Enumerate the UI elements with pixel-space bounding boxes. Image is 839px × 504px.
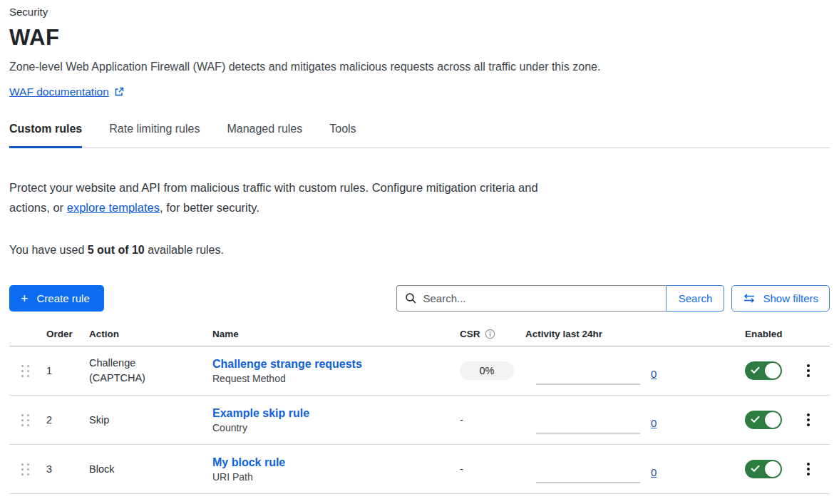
rule-order: 2: [46, 414, 89, 426]
info-icon[interactable]: [485, 329, 495, 339]
kebab-menu-icon: [807, 364, 810, 367]
rule-action-line1: Block: [89, 462, 212, 477]
table-row: 1 Challenge (CAPTCHA) Challenge strange …: [9, 346, 830, 396]
rule-action-line2: (CAPTCHA): [89, 371, 212, 386]
kebab-menu-icon: [807, 413, 810, 416]
tab-bar: Custom rules Rate limiting rules Managed…: [9, 123, 830, 148]
table-row: 3 Block My block rule URI Path - 0: [9, 445, 830, 494]
rules-table: Order Action Name CSR Activity last 24hr…: [9, 329, 830, 494]
rule-action-line1: Skip: [89, 413, 212, 428]
drag-handle[interactable]: [9, 414, 29, 426]
row-menu-button[interactable]: [802, 363, 815, 379]
rule-field: Request Method: [212, 373, 460, 384]
row-menu-button[interactable]: [802, 412, 815, 428]
drag-handle[interactable]: [9, 365, 29, 377]
show-filters-button[interactable]: Show filters: [731, 285, 830, 312]
col-menu: [802, 329, 830, 339]
col-order: Order: [46, 329, 89, 339]
rule-name-link[interactable]: Example skip rule: [212, 407, 309, 420]
tab-custom-rules[interactable]: Custom rules: [9, 123, 82, 148]
rule-action: Challenge (CAPTCHA): [89, 356, 212, 386]
breadcrumb: Security: [9, 6, 830, 19]
table-header-row: Order Action Name CSR Activity last 24hr…: [9, 329, 830, 346]
drag-handle[interactable]: [9, 463, 29, 475]
enabled-toggle[interactable]: [745, 411, 782, 429]
usage-count: 5 out of 10: [88, 244, 145, 256]
col-activity: Activity last 24hr: [525, 329, 745, 339]
kebab-menu-icon: [807, 463, 810, 466]
rule-order: 3: [46, 463, 89, 475]
plus-icon: +: [21, 292, 29, 305]
activity-count-link[interactable]: 0: [651, 368, 657, 380]
col-csr: CSR: [460, 329, 525, 339]
explore-templates-link[interactable]: explore templates: [67, 201, 160, 214]
csr-value: -: [460, 414, 463, 426]
rule-field: URI Path: [212, 471, 460, 483]
rule-action: Block: [89, 462, 212, 477]
create-rule-button[interactable]: + Create rule: [9, 285, 104, 312]
waf-page: Security WAF Zone-level Web Application …: [0, 0, 839, 494]
csr-value: -: [460, 463, 463, 475]
activity-sparkline: [536, 482, 640, 483]
rule-order: 1: [46, 365, 89, 376]
toggle-knob: [765, 363, 781, 379]
enabled-toggle[interactable]: [745, 361, 782, 380]
enabled-toggle[interactable]: [745, 460, 782, 478]
usage-suffix: available rules.: [145, 244, 224, 256]
page-description: Zone-level Web Application Firewall (WAF…: [9, 60, 830, 74]
col-action: Action: [89, 329, 212, 339]
col-drag: [9, 329, 46, 339]
activity-sparkline: [536, 384, 640, 385]
usage-prefix: You have used: [9, 244, 88, 256]
usage-text: You have used 5 out of 10 available rule…: [9, 243, 830, 257]
create-rule-label: Create rule: [37, 292, 90, 304]
rule-field: Country: [212, 422, 460, 433]
check-icon: [751, 465, 760, 473]
tab-tools[interactable]: Tools: [329, 123, 356, 148]
search-icon: [405, 292, 417, 304]
search-input[interactable]: [396, 285, 666, 312]
csr-header-label: CSR: [460, 329, 480, 339]
external-link-icon: [114, 87, 124, 97]
table-row: 2 Skip Example skip rule Country - 0: [9, 396, 830, 445]
activity-sparkline: [536, 433, 640, 434]
col-enabled: Enabled: [745, 329, 802, 339]
tab-rate-limiting-rules[interactable]: Rate limiting rules: [109, 123, 200, 148]
check-icon: [751, 416, 760, 423]
rule-name-link[interactable]: My block rule: [212, 456, 285, 469]
csr-badge: 0%: [460, 361, 514, 380]
activity-count-link[interactable]: 0: [651, 417, 657, 429]
toggle-knob: [765, 461, 781, 477]
show-filters-label: Show filters: [763, 292, 818, 304]
check-icon: [751, 366, 760, 374]
rule-name-link[interactable]: Challenge strange requests: [212, 358, 362, 371]
rule-action-line1: Challenge: [89, 356, 212, 371]
waf-documentation-link[interactable]: WAF documentation: [9, 86, 109, 98]
col-name: Name: [212, 329, 460, 339]
rule-action: Skip: [89, 413, 212, 428]
page-title: WAF: [9, 24, 830, 51]
row-menu-button[interactable]: [802, 461, 815, 477]
intro-text-after: , for better security.: [160, 201, 259, 214]
search-button[interactable]: Search: [666, 285, 724, 312]
filter-swap-icon: [743, 294, 756, 303]
toggle-knob: [765, 412, 781, 428]
activity-count-link[interactable]: 0: [651, 466, 657, 478]
intro-text: Protect your website and API from malici…: [9, 178, 538, 217]
tab-managed-rules[interactable]: Managed rules: [227, 123, 302, 148]
